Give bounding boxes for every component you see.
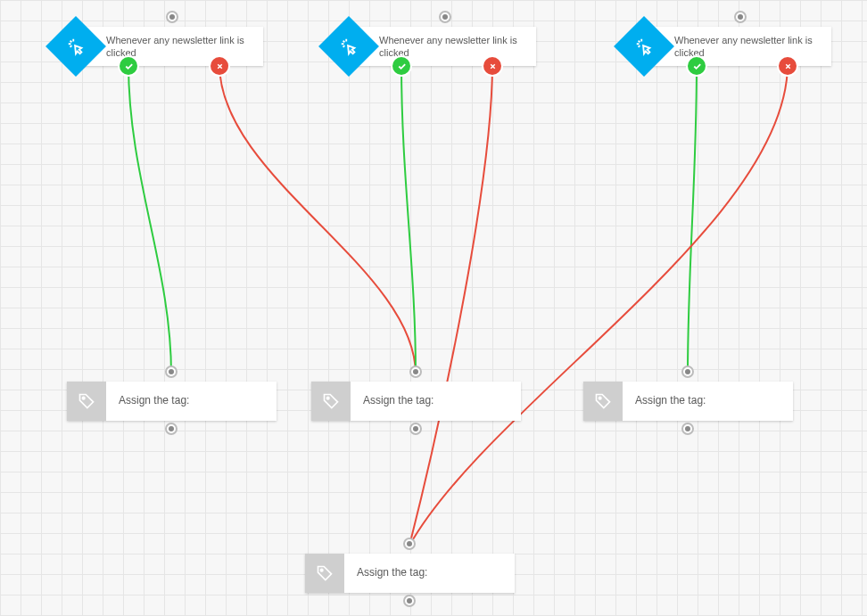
action-label: Assign the tag:: [623, 382, 714, 415]
output-port[interactable]: [681, 423, 694, 435]
success-port[interactable]: [120, 57, 137, 75]
cursor-click-icon: [45, 16, 106, 77]
check-icon: [124, 62, 134, 71]
svg-point-1: [326, 397, 329, 399]
x-icon: [216, 62, 224, 70]
workflow-canvas[interactable]: Whenever any newsletter link is clicked …: [0, 0, 867, 616]
trigger-node[interactable]: Whenever any newsletter link is clicked: [76, 27, 263, 66]
error-port[interactable]: [211, 57, 228, 75]
success-port[interactable]: [392, 57, 410, 75]
x-icon: [489, 62, 497, 70]
connection-line: [401, 64, 416, 374]
output-port[interactable]: [165, 423, 178, 435]
output-port[interactable]: [409, 423, 422, 435]
tag-icon: [67, 382, 106, 421]
connection-line: [128, 64, 171, 374]
input-port[interactable]: [734, 11, 747, 23]
x-icon: [784, 62, 792, 70]
connection-layer: [0, 0, 867, 616]
tag-icon: [305, 554, 344, 593]
input-port[interactable]: [681, 365, 694, 378]
cursor-click-icon: [614, 16, 674, 77]
input-port[interactable]: [409, 365, 422, 378]
tag-icon: [311, 382, 351, 421]
action-node[interactable]: Assign the tag:: [311, 382, 521, 421]
svg-point-0: [82, 397, 85, 399]
connection-line: [219, 64, 416, 374]
connection-line: [688, 64, 697, 374]
svg-point-3: [320, 569, 323, 571]
action-label: Assign the tag:: [351, 382, 442, 415]
action-label: Assign the tag:: [344, 554, 436, 587]
connection-line: [409, 64, 788, 546]
action-node[interactable]: Assign the tag:: [305, 554, 515, 593]
input-port[interactable]: [166, 11, 178, 23]
cursor-click-icon: [318, 16, 379, 77]
output-port[interactable]: [403, 595, 416, 607]
svg-point-2: [599, 397, 601, 399]
trigger-node[interactable]: Whenever any newsletter link is clicked: [349, 27, 536, 66]
check-icon: [692, 62, 702, 71]
action-node[interactable]: Assign the tag:: [583, 382, 793, 421]
action-node[interactable]: Assign the tag:: [67, 382, 277, 421]
trigger-node[interactable]: Whenever any newsletter link is clicked: [644, 27, 831, 66]
connection-line: [409, 64, 492, 546]
error-port[interactable]: [779, 57, 797, 75]
success-port[interactable]: [688, 57, 706, 75]
tag-icon: [583, 382, 623, 421]
action-label: Assign the tag:: [106, 382, 198, 415]
error-port[interactable]: [483, 57, 501, 75]
input-port[interactable]: [439, 11, 451, 23]
check-icon: [397, 62, 407, 71]
input-port[interactable]: [403, 538, 416, 550]
input-port[interactable]: [165, 365, 178, 378]
